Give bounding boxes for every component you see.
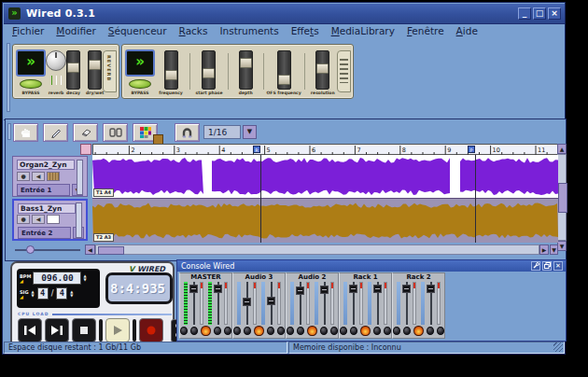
- console-title-bar[interactable]: Console Wired ✕: [177, 260, 566, 272]
- solo-knob[interactable]: [214, 327, 221, 335]
- resolution-slider[interactable]: [315, 50, 329, 90]
- effect2-bypass-button[interactable]: [129, 79, 151, 89]
- vscrollbar-track[interactable]: [557, 154, 567, 241]
- rack-drag-handle[interactable]: [7, 43, 10, 112]
- effect2-panel-tab[interactable]: [337, 50, 351, 92]
- eraser-tool-button[interactable]: [73, 123, 98, 142]
- menu-medialibrary[interactable]: MediaLibrary: [331, 25, 395, 36]
- vscroll-down-button[interactable]: ▼: [557, 241, 567, 251]
- menu-instruments[interactable]: Instruments: [219, 25, 278, 36]
- snap-tool-button[interactable]: [175, 123, 200, 142]
- start-phase-slider[interactable]: [202, 50, 216, 90]
- track-header-1[interactable]: Organ2_Zyn ● ◀ Entrée 1 ▼: [12, 156, 88, 197]
- track1-input-select[interactable]: Entrée 1: [17, 184, 70, 196]
- split-tool-button[interactable]: [103, 123, 128, 142]
- aux-knob[interactable]: [350, 327, 357, 335]
- aux-knob[interactable]: [297, 327, 304, 335]
- stop-button[interactable]: [72, 318, 96, 342]
- loop-start-marker[interactable]: R: [253, 146, 260, 153]
- pan-left-knob[interactable]: [393, 327, 400, 335]
- channel-fader[interactable]: [296, 282, 304, 325]
- console-restore-button[interactable]: [542, 261, 552, 271]
- snap-dropdown-button[interactable]: ▼: [243, 125, 257, 139]
- hscroll-right-button[interactable]: ▶: [539, 244, 549, 255]
- pan-left-knob[interactable]: [340, 327, 347, 335]
- ofs-frequency-slider[interactable]: [277, 50, 291, 90]
- channel-fader[interactable]: [320, 282, 329, 325]
- sig-denominator-spinner[interactable]: ▲▼: [70, 290, 73, 298]
- reverb-knob[interactable]: [46, 50, 66, 71]
- channel-fader[interactable]: [427, 282, 435, 325]
- channel-fader[interactable]: [349, 282, 357, 325]
- menu-fichier[interactable]: Fichier: [12, 25, 44, 36]
- record-button[interactable]: [139, 318, 163, 342]
- solo-knob[interactable]: [427, 327, 434, 335]
- channel-fader[interactable]: [373, 282, 382, 325]
- track2-color-swatch[interactable]: [47, 215, 60, 224]
- track2-name-field[interactable]: Bass1_Zyn: [18, 203, 76, 214]
- channel-fader[interactable]: [402, 282, 411, 325]
- pan-right-knob[interactable]: [224, 327, 231, 335]
- track2-lane[interactable]: T2 A3: [92, 199, 558, 243]
- mute-button[interactable]: [254, 326, 263, 336]
- menu-fentre[interactable]: Fenêtre: [407, 25, 444, 36]
- track1-lane[interactable]: T1 A4: [92, 155, 558, 199]
- menu-racks[interactable]: Racks: [179, 25, 208, 36]
- hscroll-left-button[interactable]: ◀: [85, 244, 95, 255]
- aux-knob[interactable]: [403, 327, 411, 335]
- loop-end-marker[interactable]: P: [468, 146, 475, 153]
- pan-right-knob[interactable]: [277, 327, 285, 335]
- track2-record-button[interactable]: ●: [17, 215, 30, 224]
- pencil-tool-button[interactable]: [43, 123, 68, 142]
- pan-left-knob[interactable]: [233, 327, 241, 335]
- reverb-panel-tab[interactable]: REVERB: [103, 50, 117, 92]
- mute-button[interactable]: [307, 326, 316, 336]
- track-header-2[interactable]: Bass1_Zyn ● ◀ Entrée 2 ▼: [12, 199, 88, 241]
- menu-effets[interactable]: Effets: [291, 25, 319, 36]
- track1-monitor-button[interactable]: ◀: [32, 172, 45, 181]
- console-close-button[interactable]: ✕: [553, 261, 563, 271]
- zoom-slider-thumb[interactable]: [26, 245, 35, 254]
- solo-knob[interactable]: [373, 327, 381, 335]
- close-button[interactable]: ×: [548, 7, 561, 20]
- track2-input-select[interactable]: Entrée 2: [18, 227, 71, 239]
- aux-knob[interactable]: [190, 327, 198, 335]
- menu-squenceur[interactable]: Séquenceur: [108, 25, 167, 36]
- pan-left-knob[interactable]: [287, 327, 294, 335]
- hand-tool-button[interactable]: [13, 123, 38, 142]
- console-tools-button[interactable]: [531, 261, 540, 271]
- snap-value-field[interactable]: 1/16: [203, 125, 241, 139]
- go-to-end-button[interactable]: [45, 318, 69, 342]
- play-button[interactable]: [105, 318, 130, 342]
- pan-right-knob[interactable]: [384, 327, 391, 335]
- resize-grip[interactable]: [553, 342, 563, 352]
- zoom-slider-track[interactable]: [15, 249, 80, 251]
- mute-button[interactable]: [413, 326, 423, 336]
- scroll-corner-button[interactable]: ▼: [550, 244, 558, 255]
- depth-slider[interactable]: [239, 50, 253, 90]
- channel-fader[interactable]: [214, 282, 222, 325]
- aux-knob[interactable]: [244, 327, 251, 335]
- channel-fader[interactable]: [243, 282, 251, 325]
- ruler-corner-marker[interactable]: [80, 144, 91, 155]
- track2-monitor-button[interactable]: ◀: [32, 215, 45, 224]
- channel-fader[interactable]: [189, 282, 198, 325]
- solo-knob[interactable]: [267, 327, 274, 335]
- reverb-bypass-button[interactable]: [20, 79, 42, 89]
- title-bar[interactable]: » Wired 0.3.1 _ □ ×: [4, 4, 565, 24]
- bpm-spinner[interactable]: ▲▼: [83, 274, 86, 282]
- go-to-start-button[interactable]: [18, 318, 42, 342]
- pan-left-knob[interactable]: [180, 327, 188, 335]
- vscroll-up-button[interactable]: ▲: [557, 144, 567, 154]
- timeline-ruler[interactable]: 234567891011: [92, 144, 558, 155]
- menu-aide[interactable]: Aide: [456, 25, 478, 36]
- frequency-slider[interactable]: [164, 50, 178, 90]
- mute-button[interactable]: [360, 326, 370, 336]
- decay-slider[interactable]: [66, 50, 80, 90]
- channel-fader[interactable]: [267, 282, 275, 325]
- track1-record-button[interactable]: ●: [17, 172, 30, 181]
- track1-color-swatch[interactable]: [47, 172, 60, 181]
- pan-right-knob[interactable]: [330, 327, 338, 335]
- drywet-slider[interactable]: [88, 50, 102, 90]
- solo-knob[interactable]: [320, 327, 328, 335]
